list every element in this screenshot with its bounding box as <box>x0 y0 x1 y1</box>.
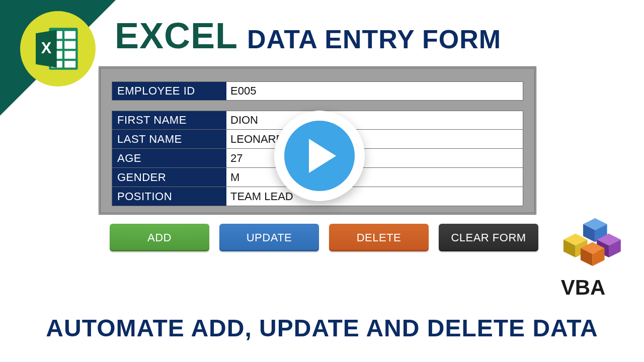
title-word-excel: EXCEL <box>115 15 238 56</box>
svg-rect-8 <box>64 61 75 67</box>
input-last-name[interactable]: LEONARD <box>226 130 523 149</box>
input-position[interactable]: TEAM LEAD <box>226 187 523 206</box>
page-title: EXCEL DATA ENTRY FORM <box>115 15 501 56</box>
page-subtitle: AUTOMATE ADD, UPDATE AND DELETE DATA <box>0 314 644 342</box>
play-icon <box>284 121 355 191</box>
update-button[interactable]: UPDATE <box>219 224 319 251</box>
play-button[interactable] <box>274 111 365 201</box>
delete-button[interactable]: DELETE <box>329 224 429 251</box>
label-last-name: LAST NAME <box>112 130 226 149</box>
excel-logo-icon: X <box>20 11 96 86</box>
clear-form-button[interactable]: CLEAR FORM <box>439 224 538 251</box>
row-employee-id: EMPLOYEE ID E005 <box>112 81 523 101</box>
svg-rect-2 <box>64 31 75 39</box>
label-gender: GENDER <box>112 168 226 187</box>
input-first-name[interactable]: DION <box>226 111 523 130</box>
action-button-row: ADD UPDATE DELETE CLEAR FORM <box>110 224 538 251</box>
label-first-name: FIRST NAME <box>112 111 226 130</box>
label-age: AGE <box>112 149 226 168</box>
input-employee-id[interactable]: E005 <box>226 81 523 101</box>
add-button[interactable]: ADD <box>110 224 209 251</box>
title-subtitle: DATA ENTRY FORM <box>247 24 501 54</box>
input-gender[interactable]: M <box>226 168 523 187</box>
input-age[interactable]: 27 <box>226 149 523 168</box>
svg-rect-6 <box>64 51 75 58</box>
vba-label-text: VBA <box>535 276 631 300</box>
label-position: POSITION <box>112 187 226 206</box>
svg-rect-4 <box>64 41 75 49</box>
svg-text:X: X <box>41 39 52 57</box>
vba-logo: VBA <box>535 216 631 300</box>
label-employee-id: EMPLOYEE ID <box>112 81 226 101</box>
